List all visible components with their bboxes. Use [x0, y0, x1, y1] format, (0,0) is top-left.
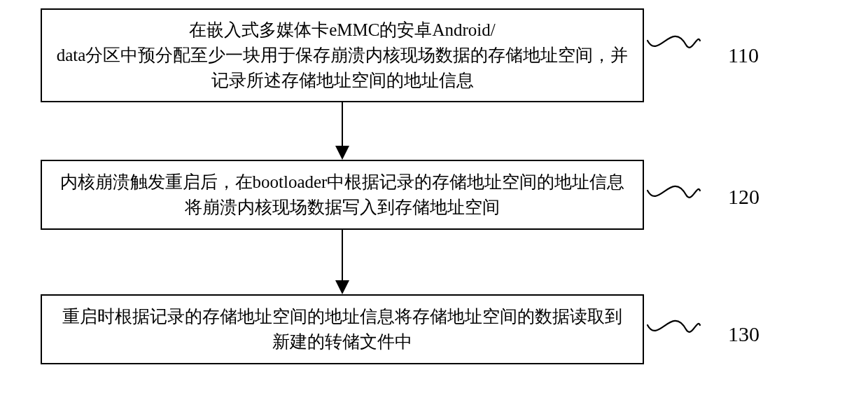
flowchart-canvas: 在嵌入式多媒体卡eMMC的安卓Android/ data分区中预分配至少一块用于…	[0, 0, 868, 419]
flow-step-1: 在嵌入式多媒体卡eMMC的安卓Android/ data分区中预分配至少一块用于…	[41, 8, 644, 102]
brace-1	[644, 25, 700, 67]
brace-3	[644, 310, 700, 352]
flow-step-2: 内核崩溃触发重启后，在bootloader中根据记录的存储地址空间的地址信息将崩…	[41, 160, 644, 230]
flow-step-2-text: 内核崩溃触发重启后，在bootloader中根据记录的存储地址空间的地址信息将崩…	[55, 170, 630, 221]
flow-step-1-text: 在嵌入式多媒体卡eMMC的安卓Android/ data分区中预分配至少一块用于…	[55, 18, 630, 94]
step-label-2: 120	[728, 185, 760, 209]
arrow-2-3-head	[335, 280, 349, 294]
step-label-3: 130	[728, 322, 760, 346]
arrow-1-2-head	[335, 146, 349, 160]
flow-step-3: 重启时根据记录的存储地址空间的地址信息将存储地址空间的数据读取到新建的转储文件中	[41, 294, 644, 364]
step-label-1: 110	[728, 43, 759, 67]
arrow-1-2-line	[342, 102, 343, 147]
arrow-2-3-line	[342, 230, 343, 282]
flow-step-3-text: 重启时根据记录的存储地址空间的地址信息将存储地址空间的数据读取到新建的转储文件中	[55, 304, 630, 355]
brace-2	[644, 175, 700, 217]
